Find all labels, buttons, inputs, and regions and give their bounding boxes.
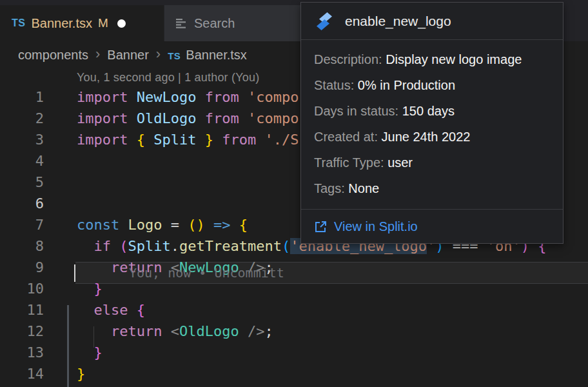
code-token — [77, 238, 94, 254]
code-token: } — [94, 281, 103, 297]
split-logo-icon — [314, 11, 335, 32]
view-in-splitio-label: View in Split.io — [334, 219, 418, 234]
meta-label: Traffic Type: — [314, 155, 387, 170]
tab-label: Search — [194, 16, 235, 31]
chevron-right-icon: › — [95, 46, 100, 63]
code-token — [77, 259, 111, 275]
vscode-window: TS Banner.tsx M Search components › Bann… — [0, 0, 588, 387]
meta-label: Created at: — [314, 130, 382, 144]
tab-search[interactable]: Search — [164, 5, 300, 41]
code-line[interactable]: 10 } — [0, 278, 588, 299]
code-token: 'compo — [248, 110, 299, 126]
code-token: 'compo — [248, 89, 299, 105]
code-token — [77, 302, 94, 318]
view-in-splitio-link[interactable]: View in Split.io — [301, 210, 563, 243]
text-cursor — [74, 264, 75, 282]
code-text: } — [77, 342, 103, 363]
code-token: < — [171, 323, 179, 339]
code-token: OldLogo — [179, 323, 239, 339]
code-text: import NewLogo from 'compo — [77, 86, 299, 108]
code-token — [77, 344, 94, 361]
code-token: from — [205, 89, 248, 105]
feature-flag-tooltip: enable_new_logo Description: Display new… — [300, 2, 564, 244]
line-number: 4 — [0, 150, 44, 172]
code-token: getTreatment — [179, 238, 282, 254]
line-number: 12 — [0, 321, 44, 342]
code-token: /> — [239, 323, 265, 339]
code-token: . — [171, 238, 179, 254]
line-number: 11 — [0, 299, 44, 321]
unsaved-dot-icon[interactable] — [117, 19, 126, 28]
meta-label: Tags: — [314, 181, 348, 195]
code-line[interactable]: 13 } — [0, 342, 588, 363]
code-token: import — [77, 110, 137, 126]
tooltip-meta-row: Status: 0% in Production — [314, 72, 550, 98]
code-token: return — [111, 323, 171, 339]
code-text: return <OldLogo />; — [77, 321, 273, 342]
code-token: import — [77, 89, 137, 105]
meta-value: 0% in Production — [358, 78, 455, 92]
git-blame-annotation: You, now • Uncommitt — [129, 263, 284, 284]
code-line[interactable]: 11 else { — [0, 299, 588, 321]
code-token: ; — [264, 323, 273, 339]
code-token — [196, 89, 204, 105]
line-number: 5 — [0, 172, 44, 193]
meta-value: Display new logo image — [386, 52, 522, 66]
code-line[interactable]: 12 return <OldLogo />; — [0, 321, 588, 342]
code-token: } — [196, 132, 213, 148]
code-token — [230, 217, 239, 233]
meta-label: Status: — [314, 78, 358, 92]
line-number: 14 — [0, 363, 44, 384]
code-token: Logo — [128, 217, 162, 233]
code-token: } — [77, 366, 85, 382]
tooltip-meta-row: Tags: None — [314, 175, 550, 201]
code-token — [205, 217, 213, 233]
code-token: const — [77, 217, 128, 233]
tab-banner-tsx[interactable]: TS Banner.tsx M — [0, 5, 164, 41]
tooltip-meta-row: Created at: June 24th 2022 — [314, 124, 550, 150]
code-token: ( — [119, 238, 128, 254]
code-text: import { Split } from './S — [77, 129, 299, 150]
code-token: if — [94, 238, 120, 254]
code-line[interactable]: 9 return <NewLogo />; — [0, 257, 588, 278]
code-token: = — [162, 217, 188, 233]
code-token: } — [94, 344, 103, 361]
line-number: 2 — [0, 108, 44, 129]
meta-label: Days in status: — [314, 104, 402, 118]
tooltip-meta-row: Traffic Type: user — [314, 150, 550, 175]
line-number: 1 — [0, 86, 44, 108]
code-token: Split — [153, 132, 196, 148]
line-number: 10 — [0, 278, 44, 299]
git-change-gutter-bar — [67, 305, 69, 387]
tab-label: Banner.tsx — [31, 16, 92, 31]
line-number: 9 — [0, 257, 44, 278]
code-text: } — [77, 363, 85, 384]
ts-icon: TS — [168, 50, 181, 61]
code-token: ( — [282, 238, 290, 254]
meta-value: user — [387, 155, 413, 170]
line-number: 13 — [0, 342, 44, 363]
code-token: './S — [264, 132, 299, 148]
code-token: => — [213, 217, 231, 233]
ts-icon: TS — [12, 17, 25, 29]
meta-label: Description: — [314, 52, 386, 66]
breadcrumb-item-components[interactable]: components — [18, 48, 88, 63]
code-token — [196, 110, 204, 126]
meta-value: June 24th 2022 — [382, 130, 471, 144]
feature-flag-name: enable_new_logo — [345, 14, 451, 29]
code-text: const Logo = () => { — [77, 214, 248, 235]
code-text: else { — [77, 299, 145, 321]
code-line[interactable]: 14} — [0, 363, 588, 384]
code-text: import OldLogo from 'compo — [77, 108, 299, 129]
code-text: } — [77, 278, 103, 299]
chevron-right-icon: › — [156, 46, 161, 63]
code-token: { — [239, 217, 248, 233]
meta-value: None — [348, 181, 379, 195]
breadcrumb-item-banner[interactable]: Banner — [107, 48, 149, 63]
code-token: { — [137, 132, 154, 148]
breadcrumb-item-file[interactable]: TS Banner.tsx — [168, 48, 247, 63]
line-number: 3 — [0, 129, 44, 150]
line-number: 6 — [0, 193, 44, 214]
code-token: Split — [128, 238, 171, 254]
code-token — [77, 281, 94, 297]
